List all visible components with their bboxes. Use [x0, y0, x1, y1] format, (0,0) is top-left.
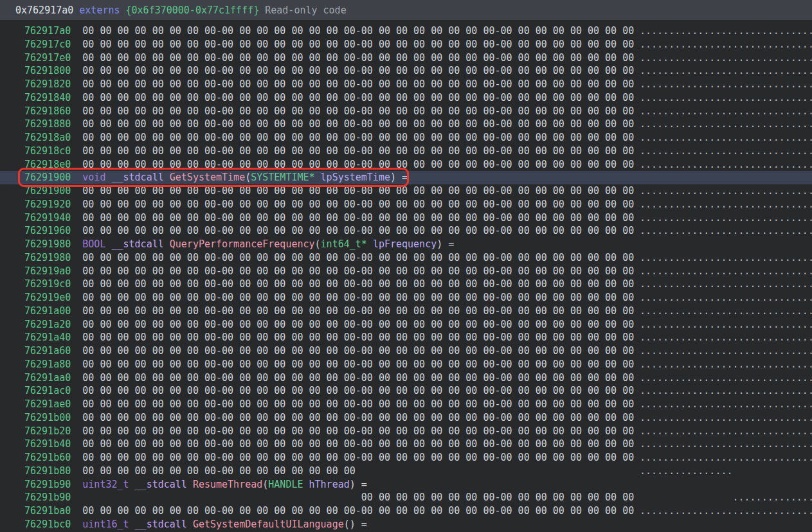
hex-bytes: 00 00 00 00 00 00 00 00-00 00 00 00 00 0… — [82, 385, 634, 396]
hex-dump-row[interactable]: 76291860 00 00 00 00 00 00 00 00-00 00 0… — [0, 105, 812, 118]
hex-bytes: 00 00 00 00 00 00 00 00-00 00 00 00 00 0… — [82, 359, 634, 370]
row-address: 76291b90 — [24, 479, 71, 490]
hex-bytes: 00 00 00 00 00 00 00 00-00 00 00 00 00 0… — [82, 159, 634, 170]
hex-dump-row[interactable]: 762917e0 00 00 00 00 00 00 00 00-00 00 0… — [0, 51, 812, 65]
row-address: 76291840 — [24, 92, 71, 103]
hex-bytes: 00 00 00 00 00 00 00 00-00 00 00 00 00 0… — [82, 505, 634, 517]
row-address: 762919e0 — [24, 292, 71, 303]
ascii-column: ................................ — [640, 451, 812, 465]
hex-bytes: 00 00 00 00 00 00 00 00-00 00 00 00 00 0… — [82, 65, 634, 76]
hex-dump-row[interactable]: 76291820 00 00 00 00 00 00 00 00-00 00 0… — [0, 78, 812, 91]
code-token-plain — [187, 519, 193, 530]
ascii-column: ................................ — [640, 91, 812, 105]
hex-dump-row[interactable]: 76291b80 00 00 00 00 00 00 00 00-00 00 0… — [0, 465, 812, 478]
hex-dump-row[interactable]: 76291a40 00 00 00 00 00 00 00 00-00 00 0… — [0, 331, 812, 344]
hex-dump-row[interactable]: 762919e0 00 00 00 00 00 00 00 00-00 00 0… — [0, 291, 812, 305]
code-token-plain: ( — [315, 238, 321, 250]
code-token-plain: ) = — [350, 479, 367, 490]
code-token-keyword: void — [82, 172, 105, 183]
hex-bytes: 00 00 00 00 00 00 00 00-00 00 00 00 00 0… — [82, 52, 634, 64]
ascii-column: ................................ — [640, 265, 812, 278]
hex-bytes: 00 00 00 00 00 00 00 00-00 00 00 00 00 0… — [82, 465, 355, 477]
hex-dump-row[interactable]: 76291960 00 00 00 00 00 00 00 00-00 00 0… — [0, 224, 812, 238]
hex-bytes: 00 00 00 00 00 00 00 00-00 00 00 00 00 0… — [82, 438, 634, 450]
ascii-column: ................................ — [640, 78, 812, 91]
hex-bytes: 00 00 00 00 00 00 00 00-00 00 00 00 00 0… — [82, 345, 634, 357]
hex-dump-row[interactable]: 76291920 00 00 00 00 00 00 00 00-00 00 0… — [0, 198, 812, 211]
ascii-column: ................ — [640, 465, 733, 478]
hex-dump-row[interactable]: 76291b00 00 00 00 00 00 00 00 00-00 00 0… — [0, 411, 812, 425]
ascii-column: ................................ — [640, 24, 812, 38]
hex-dump-row[interactable]: 762917a0 00 00 00 00 00 00 00 00-00 00 0… — [0, 24, 812, 38]
function-signature-row[interactable]: 76291b90 uint32_t __stdcall ResumeThread… — [0, 478, 812, 492]
row-address: 76291940 — [24, 212, 71, 224]
hex-dump-row[interactable]: 762918a0 00 00 00 00 00 00 00 00-00 00 0… — [0, 131, 812, 145]
hex-bytes: 00 00 00 00 00 00 00 00-00 00 00 00 00 0… — [82, 212, 634, 224]
ascii-column: ................................ — [640, 184, 812, 198]
code-token-plain — [315, 172, 321, 183]
hex-dump-row[interactable]: 76291940 00 00 00 00 00 00 00 00-00 00 0… — [0, 211, 812, 225]
hex-dump-row[interactable]: 76291a60 00 00 00 00 00 00 00 00-00 00 0… — [0, 344, 812, 358]
code-token-plain — [164, 172, 170, 183]
ascii-column: ................................ — [640, 371, 812, 385]
hex-dump-row[interactable]: 76291980 00 00 00 00 00 00 00 00-00 00 0… — [0, 251, 812, 265]
function-signature-row[interactable]: 76291bc0 uint16_t __stdcall GetSystemDef… — [0, 518, 812, 531]
section-header-bar: 0x762917a0 externs {0x6f370000-0x77c1fff… — [0, 0, 812, 20]
code-token-funcname: ResumeThread — [193, 479, 262, 490]
hex-dump-row[interactable]: 762918e0 00 00 00 00 00 00 00 00-00 00 0… — [0, 158, 812, 172]
hex-dump-row[interactable]: 76291b40 00 00 00 00 00 00 00 00-00 00 0… — [0, 438, 812, 451]
ascii-column: ................................ — [640, 344, 812, 358]
hex-dump-row[interactable]: 76291b60 00 00 00 00 00 00 00 00-00 00 0… — [0, 451, 812, 465]
row-address: 762918a0 — [24, 132, 71, 143]
ascii-column: ................................ — [640, 251, 812, 265]
hex-dump-row[interactable]: 76291a00 00 00 00 00 00 00 00 00-00 00 0… — [0, 305, 812, 318]
row-address: 76291980 — [24, 238, 71, 250]
code-token-plain — [164, 238, 170, 250]
row-address: 76291a20 — [24, 319, 71, 330]
row-address: 76291a00 — [24, 305, 71, 317]
hex-dump-row[interactable]: 76291840 00 00 00 00 00 00 00 00-00 00 0… — [0, 91, 812, 105]
ascii-column: ................................ — [640, 105, 812, 118]
code-token-plain: () = — [344, 519, 367, 530]
code-token-keyword: uint16_t — [82, 519, 129, 530]
hex-dump-row[interactable]: 76291900 00 00 00 00 00 00 00 00-00 00 0… — [0, 184, 812, 198]
row-address: 76291b80 — [24, 465, 71, 477]
hex-dump-row[interactable]: 762919a0 00 00 00 00 00 00 00 00-00 00 0… — [0, 265, 812, 278]
hex-dump-row[interactable]: 76291a20 00 00 00 00 00 00 00 00-00 00 0… — [0, 318, 812, 332]
hex-dump-row[interactable]: 76291b20 00 00 00 00 00 00 00 00-00 00 0… — [0, 425, 812, 438]
hex-dump-row[interactable]: 76291800 00 00 00 00 00 00 00 00-00 00 0… — [0, 64, 812, 78]
row-address: 76291b40 — [24, 438, 71, 450]
hex-bytes: 00 00 00 00 00 00 00 00-00 00 00 00 00 0… — [82, 185, 634, 197]
row-address: 762919a0 — [24, 265, 71, 277]
hex-dump-row[interactable]: 762919c0 00 00 00 00 00 00 00 00-00 00 0… — [0, 278, 812, 291]
function-signature-row[interactable]: 76291980 BOOL __stdcall QueryPerformance… — [0, 238, 812, 251]
hex-bytes: 00 00 00 00 00 00 00 00-00 00 00 00 00 0… — [82, 225, 634, 236]
ascii-column: ................................ — [640, 145, 812, 158]
code-token-plain — [129, 519, 135, 530]
hex-dump-row[interactable]: 762917c0 00 00 00 00 00 00 00 00-00 00 0… — [0, 38, 812, 51]
hex-dump-row[interactable]: 76291b90 00 00 00 00 00 00 00 00-00 00 0… — [0, 491, 812, 504]
hex-dump-row[interactable]: 76291ac0 00 00 00 00 00 00 00 00-00 00 0… — [0, 384, 812, 398]
hex-dump-row[interactable]: 76291880 00 00 00 00 00 00 00 00-00 00 0… — [0, 118, 812, 131]
row-address: 76291880 — [24, 118, 71, 130]
row-address: 76291b00 — [24, 412, 71, 423]
row-address: 762917c0 — [24, 39, 71, 50]
row-address: 76291820 — [24, 78, 71, 90]
hex-dump-row[interactable]: 76291ba0 00 00 00 00 00 00 00 00-00 00 0… — [0, 504, 812, 518]
function-signature-row[interactable]: 76291900 void __stdcall GetSystemTime(SY… — [0, 171, 812, 184]
ascii-column: ................................ — [640, 384, 812, 398]
code-token-funcname: QueryPerformanceFrequency — [170, 238, 315, 250]
code-token-callconv: __stdcall — [111, 172, 163, 183]
code-token-callconv: __stdcall — [135, 519, 187, 530]
code-token-plain: ( — [245, 172, 251, 183]
hex-dump-row[interactable]: 762918c0 00 00 00 00 00 00 00 00-00 00 0… — [0, 145, 812, 158]
hex-dump-row[interactable]: 76291aa0 00 00 00 00 00 00 00 00-00 00 0… — [0, 371, 812, 385]
ascii-column: ................................ — [640, 131, 812, 145]
hex-dump-row[interactable]: 76291ae0 00 00 00 00 00 00 00 00-00 00 0… — [0, 398, 812, 411]
header-section-name[interactable]: externs — [79, 4, 120, 16]
hex-bytes: 00 00 00 00 00 00 00 00-00 00 00 00 00 0… — [82, 305, 634, 317]
hex-dump-row[interactable]: 76291a80 00 00 00 00 00 00 00 00-00 00 0… — [0, 358, 812, 371]
code-token-param: hThread — [309, 479, 350, 490]
hex-bytes: 00 00 00 00 00 00 00 00-00 00 00 00 00 0… — [82, 252, 634, 263]
code-token-plain — [303, 479, 309, 490]
